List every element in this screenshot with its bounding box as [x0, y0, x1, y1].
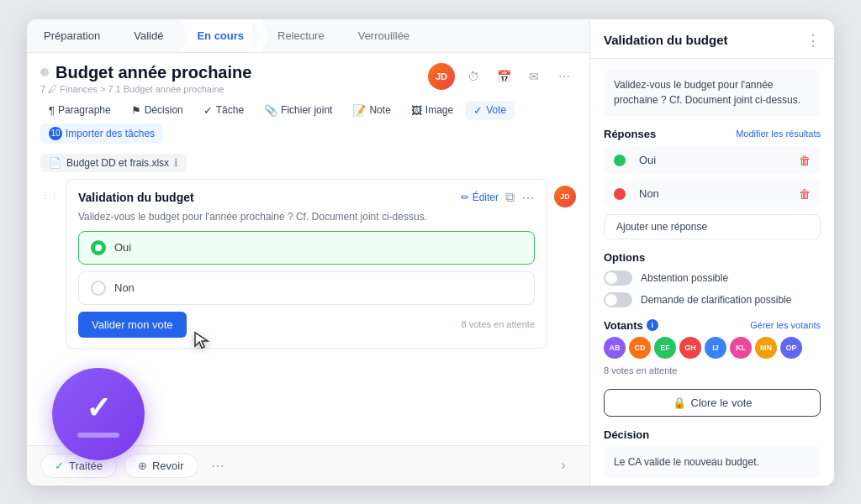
badge-bar [77, 433, 119, 438]
toolbar-image[interactable]: 🖼 Image [403, 101, 462, 120]
vote-block-title: Validation du budget [78, 191, 194, 204]
right-side-avatar: JD [554, 186, 576, 207]
voter-avatar-5: IJ [705, 337, 726, 359]
vote-option-non[interactable]: Non [78, 271, 535, 305]
vote-option-oui[interactable]: Oui [78, 231, 535, 265]
toolbar-decision[interactable]: ⚑ Décision [123, 101, 192, 120]
option-non-label: Non [114, 281, 135, 294]
more-icon[interactable]: ⋯ [552, 65, 576, 88]
doc-title-area: Budget année prochaine 7 🖊 Finances > 7.… [40, 63, 251, 94]
step-preparation[interactable]: Préparation [27, 19, 117, 52]
options-section: Options Abstention possible Demande de c… [604, 251, 821, 307]
vote-block: Validation du budget ✏ Éditer ⧉ ⋯ Valide… [66, 179, 547, 349]
file-info-icon[interactable]: ℹ [174, 157, 178, 169]
step-encours-label: En cours [197, 29, 244, 42]
bottom-bar-chevron-icon[interactable]: › [551, 453, 576, 478]
response-non-dot [614, 188, 626, 200]
votants-info-icon[interactable]: i [647, 319, 658, 331]
right-panel-question: Validez-vous le budget pour l'année proc… [604, 69, 821, 116]
share-icon[interactable]: ✉ [522, 65, 546, 88]
vote-block-actions: ✏ Éditer ⧉ ⋯ [461, 190, 535, 206]
file-chip[interactable]: 📄 Budget DD et frais.xlsx ℹ [40, 154, 187, 172]
vote-content: Validation du budget ✏ Éditer ⧉ ⋯ Valide… [78, 190, 535, 338]
votants-label: Votants i [604, 319, 658, 332]
radio-oui [91, 240, 106, 255]
responses-label: Réponses [604, 128, 656, 140]
voter-avatar-2: CD [629, 337, 651, 359]
modify-results-link[interactable]: Modifier les résultats [736, 129, 821, 139]
clarification-toggle[interactable] [604, 292, 632, 307]
edit-button[interactable]: ✏ Éditer [461, 192, 499, 203]
title-dot [40, 68, 49, 76]
step-verrouilee[interactable]: Verrouillée [341, 19, 426, 52]
voter-avatar-6: KL [730, 337, 752, 359]
file-icon: 📄 [49, 157, 61, 169]
steps-bar: Préparation Validé En cours Relecture Ve… [27, 19, 589, 53]
review-button[interactable]: ⊕ Revoir [124, 454, 198, 478]
options-label: Options [604, 251, 821, 264]
abstention-label: Abstention possible [641, 272, 728, 284]
voter-avatar-3: EF [654, 337, 676, 359]
response-oui-label: Oui [614, 154, 799, 166]
abstention-toggle[interactable] [604, 270, 632, 286]
drag-handle[interactable]: ⋮⋮ [40, 191, 59, 202]
voter-avatar-1: AB [604, 337, 626, 359]
review-check-icon: ⊕ [138, 459, 147, 472]
toolbar-tache[interactable]: ✓ Tâche [195, 101, 252, 120]
decision-icon: ⚑ [131, 104, 141, 117]
pending-votes: 8 votes en attente [462, 319, 535, 329]
response-oui-dot [614, 155, 626, 166]
add-response-button[interactable]: Ajouter une réponse [604, 214, 821, 239]
step-valide[interactable]: Validé [117, 19, 180, 52]
right-panel-header: Validation du budget ⋮ [590, 19, 834, 59]
voter-avatar-7: MN [755, 337, 777, 359]
votants-pending: 8 votes en attente [604, 365, 677, 375]
delete-oui-icon[interactable]: 🗑 [799, 154, 811, 167]
manage-votants-link[interactable]: Gérer les votants [750, 320, 821, 330]
right-panel-menu-icon[interactable]: ⋮ [806, 31, 821, 50]
toolbar-import[interactable]: 10 Importer des tâches [40, 123, 163, 144]
copy-icon[interactable]: ⧉ [505, 190, 515, 205]
doc-header-actions: JD ⏱ 📅 ✉ ⋯ [428, 63, 576, 90]
vote-block-header: Validation du budget ✏ Éditer ⧉ ⋯ [78, 190, 535, 206]
response-row-non: Non 🗑 [604, 181, 821, 207]
doc-header: Budget année prochaine 7 🖊 Finances > 7.… [27, 53, 589, 94]
edit-pen-icon: ✏ [461, 192, 469, 203]
step-encours[interactable]: En cours [180, 19, 261, 52]
radio-non [91, 281, 106, 296]
close-vote-button[interactable]: 🔒 Clore le vote [604, 389, 821, 417]
toolbar-vote[interactable]: ✓ Vote [465, 101, 515, 120]
toolbar-file[interactable]: 📎 Fichier joint [256, 101, 341, 120]
import-icon: 10 [49, 127, 62, 140]
decision-label: Décision [604, 428, 821, 441]
delete-non-icon[interactable]: 🗑 [799, 187, 811, 201]
clarification-label: Demande de clarification possible [641, 294, 791, 306]
right-panel-body: Validez-vous le budget pour l'année proc… [590, 59, 834, 486]
calendar-icon[interactable]: 📅 [492, 65, 515, 88]
voter-avatar-4: GH [679, 337, 701, 359]
response-non-label: Non [614, 187, 799, 200]
vote-question: Validez-vous le budget pour l'année proc… [78, 211, 535, 223]
abstention-toggle-row: Abstention possible [604, 270, 821, 286]
floating-badge: ✓ [52, 368, 145, 460]
step-preparation-label: Préparation [44, 29, 100, 42]
lock-icon: 🔒 [673, 396, 686, 409]
decision-box: Le CA valide le nouveau budget. [604, 446, 821, 478]
image-icon: 🖼 [411, 104, 422, 117]
clock-icon[interactable]: ⏱ [462, 65, 485, 88]
avatars-row: AB CD EF GH IJ KL MN OP [604, 337, 821, 359]
vote-icon: ✓ [473, 104, 483, 117]
block-more-icon[interactable]: ⋯ [521, 190, 535, 206]
toolbar-note[interactable]: 📝 Note [344, 101, 399, 120]
validate-vote-button[interactable]: Valider mon vote [78, 312, 187, 338]
toolbar: ¶ Paragraphe ⚑ Décision ✓ Tâche 📎 Fichie… [27, 94, 589, 150]
responses-section-header: Réponses Modifier les résultats [604, 128, 821, 140]
step-verrouilee-label: Verrouillée [358, 29, 409, 42]
step-relecture[interactable]: Relecture [261, 19, 341, 52]
right-panel: Validation du budget ⋮ Validez-vous le b… [590, 19, 834, 486]
step-valide-label: Validé [134, 29, 163, 42]
clarification-toggle-row: Demande de clarification possible [604, 292, 821, 307]
toolbar-paragraph[interactable]: ¶ Paragraphe [40, 101, 119, 120]
radio-inner [95, 244, 102, 251]
bottom-bar-more-icon[interactable]: ⋯ [205, 453, 230, 478]
